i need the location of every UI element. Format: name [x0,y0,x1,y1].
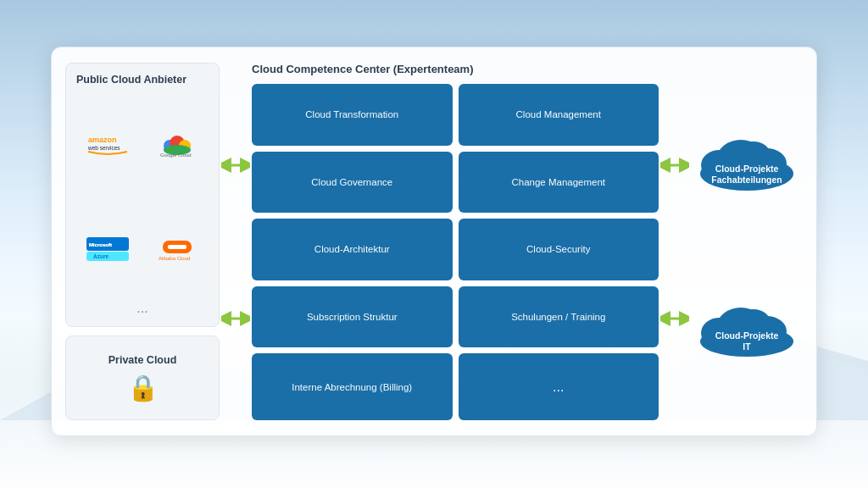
btn-subscription-struktur: Subscription Struktur [252,286,453,348]
svg-text:Cloud-Projekte: Cloud-Projekte [715,164,778,174]
right-column: Cloud-Projekte Fachabteilungen Cloud-Pro… [691,63,803,420]
btn-cloud-governance: Cloud Governance [252,152,453,214]
center-title: Cloud Competence Center (Expertenteam) [252,63,659,75]
right-arrow-top [660,158,689,173]
cloud-projekte-it: Cloud-Projekte IT [694,293,800,360]
svg-text:Alibaba Cloud: Alibaba Cloud [159,256,190,261]
svg-text:Microsoft: Microsoft [89,242,112,247]
btn-cloud-security: Cloud-Security [459,219,659,280]
main-diagram-container: Public Cloud Anbieter amazon web service… [51,47,817,436]
left-arrow-top [221,158,250,173]
btn-ellipsis: ... [459,353,659,420]
cloud-projekte-fachabteilungen: Cloud-Projekte Fachabteilungen [694,123,800,194]
public-cloud-box: Public Cloud Anbieter amazon web service… [65,63,220,327]
btn-interne-abrechnung: Interne Abrechnung (Billing) [252,353,453,420]
svg-text:Google Cloud: Google Cloud [160,152,192,158]
right-arrow-bottom [660,311,689,326]
center-grid: Cloud Transformation Cloud Management Cl… [252,84,659,420]
btn-cloud-architektur: Cloud-Architektur [252,219,453,280]
svg-text:Cloud-Projekte: Cloud-Projekte [715,330,778,341]
public-cloud-title: Public Cloud Anbieter [76,74,209,86]
right-arrow-column [659,63,691,420]
azure-logo: Microsoft Microsoft Azure [86,237,129,261]
alibaba-cloud-logo: Alibaba Cloud [156,236,198,262]
public-cloud-ellipsis: ... [76,301,209,316]
svg-text:Azure: Azure [93,253,108,259]
svg-text:web services: web services [87,145,120,151]
btn-cloud-management: Cloud Management [459,84,659,146]
btn-change-management: Change Management [459,152,659,214]
btn-cloud-transformation: Cloud Transformation [252,84,453,146]
private-cloud-title: Private Cloud [108,354,177,366]
left-arrow-bottom [221,311,250,326]
svg-rect-16 [168,245,186,249]
private-cloud-box: Private Cloud 🔒 [65,336,220,420]
svg-text:IT: IT [743,341,751,352]
svg-text:Fachabteilungen: Fachabteilungen [711,175,782,185]
aws-logo: amazon web services [86,132,129,156]
google-cloud-logo: Google Cloud [156,130,198,158]
left-arrow-column [220,63,252,420]
svg-text:amazon: amazon [88,136,117,144]
left-column: Public Cloud Anbieter amazon web service… [65,63,220,420]
lock-icon: 🔒 [127,373,159,402]
btn-schulungen-training: Schulungen / Training [459,286,659,348]
center-column: Cloud Competence Center (Expertenteam) C… [252,63,659,420]
logo-grid: amazon web services Google Cloud [76,94,209,297]
